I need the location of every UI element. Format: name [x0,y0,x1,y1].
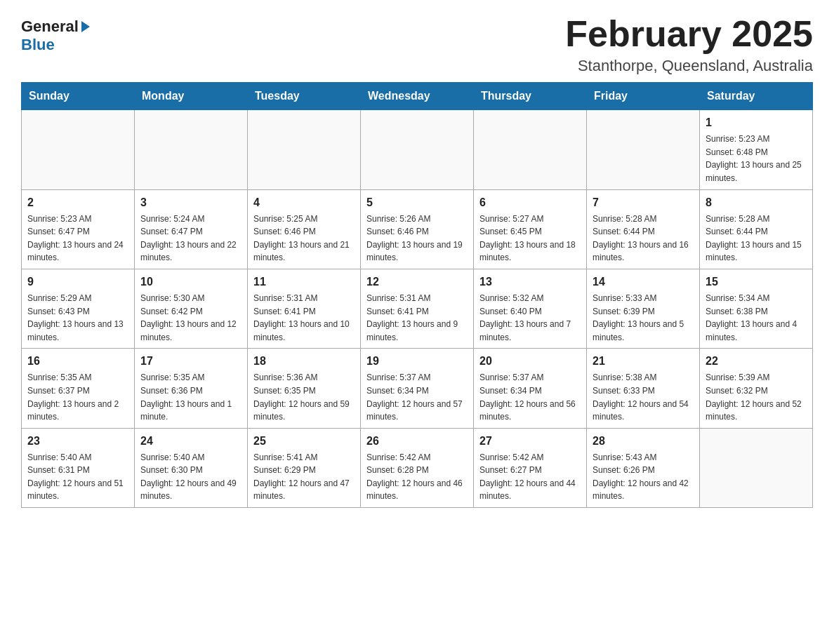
calendar-cell: 4Sunrise: 5:25 AMSunset: 6:46 PMDaylight… [248,189,361,269]
day-info: Sunrise: 5:41 AMSunset: 6:29 PMDaylight:… [253,451,355,503]
calendar-cell [248,110,361,189]
day-info: Sunrise: 5:35 AMSunset: 6:36 PMDaylight:… [140,371,241,423]
day-info: Sunrise: 5:27 AMSunset: 6:45 PMDaylight:… [479,213,581,264]
title-block: February 2025 Stanthorpe, Queensland, Au… [565,14,813,75]
calendar-cell: 6Sunrise: 5:27 AMSunset: 6:45 PMDaylight… [474,189,587,269]
day-number: 21 [593,353,694,370]
day-info: Sunrise: 5:23 AMSunset: 6:47 PMDaylight:… [27,213,128,264]
day-number: 4 [253,194,355,211]
week-row-1: 1Sunrise: 5:23 AMSunset: 6:48 PMDaylight… [22,110,813,189]
header-saturday: Saturday [700,83,813,110]
calendar-cell: 8Sunrise: 5:28 AMSunset: 6:44 PMDaylight… [700,189,813,269]
calendar-cell: 2Sunrise: 5:23 AMSunset: 6:47 PMDaylight… [22,189,135,269]
week-row-4: 16Sunrise: 5:35 AMSunset: 6:37 PMDayligh… [22,349,813,428]
day-info: Sunrise: 5:23 AMSunset: 6:48 PMDaylight:… [706,133,807,185]
header-monday: Monday [135,83,248,110]
day-number: 15 [706,274,807,290]
day-info: Sunrise: 5:33 AMSunset: 6:39 PMDaylight:… [593,292,694,344]
calendar-cell: 9Sunrise: 5:29 AMSunset: 6:43 PMDaylight… [22,269,135,348]
day-info: Sunrise: 5:28 AMSunset: 6:44 PMDaylight:… [593,213,694,264]
day-number: 1 [706,114,807,131]
calendar-cell: 3Sunrise: 5:24 AMSunset: 6:47 PMDaylight… [135,189,248,269]
day-number: 19 [366,353,468,370]
calendar-cell [135,110,248,189]
day-number: 9 [27,274,128,290]
day-info: Sunrise: 5:40 AMSunset: 6:30 PMDaylight:… [140,451,241,503]
day-number: 14 [593,274,694,290]
day-number: 10 [140,274,241,290]
day-info: Sunrise: 5:30 AMSunset: 6:42 PMDaylight:… [140,292,241,344]
header-friday: Friday [587,83,700,110]
calendar-cell: 1Sunrise: 5:23 AMSunset: 6:48 PMDaylight… [700,110,813,189]
day-info: Sunrise: 5:34 AMSunset: 6:38 PMDaylight:… [706,292,807,344]
calendar-cell [474,110,587,189]
day-info: Sunrise: 5:31 AMSunset: 6:41 PMDaylight:… [253,292,355,344]
day-number: 16 [27,353,128,370]
week-row-5: 23Sunrise: 5:40 AMSunset: 6:31 PMDayligh… [22,428,813,507]
day-info: Sunrise: 5:25 AMSunset: 6:46 PMDaylight:… [253,213,355,264]
day-number: 28 [593,433,694,450]
logo-arrow-icon [81,21,90,32]
day-info: Sunrise: 5:29 AMSunset: 6:43 PMDaylight:… [27,292,128,344]
calendar-cell: 5Sunrise: 5:26 AMSunset: 6:46 PMDaylight… [361,189,474,269]
calendar-cell: 20Sunrise: 5:37 AMSunset: 6:34 PMDayligh… [474,349,587,428]
calendar-cell [22,110,135,189]
day-number: 2 [27,194,128,211]
calendar-cell: 21Sunrise: 5:38 AMSunset: 6:33 PMDayligh… [587,349,700,428]
calendar-cell: 18Sunrise: 5:36 AMSunset: 6:35 PMDayligh… [248,349,361,428]
logo-blue-text: Blue [21,36,55,54]
day-number: 5 [366,194,468,211]
calendar-cell: 10Sunrise: 5:30 AMSunset: 6:42 PMDayligh… [135,269,248,348]
day-number: 17 [140,353,241,370]
header-wednesday: Wednesday [361,83,474,110]
calendar-cell: 12Sunrise: 5:31 AMSunset: 6:41 PMDayligh… [361,269,474,348]
calendar-table: SundayMondayTuesdayWednesdayThursdayFrid… [21,82,813,508]
calendar-cell: 19Sunrise: 5:37 AMSunset: 6:34 PMDayligh… [361,349,474,428]
calendar-cell: 15Sunrise: 5:34 AMSunset: 6:38 PMDayligh… [700,269,813,348]
day-info: Sunrise: 5:37 AMSunset: 6:34 PMDaylight:… [479,371,581,423]
day-info: Sunrise: 5:31 AMSunset: 6:41 PMDaylight:… [366,292,468,344]
day-number: 18 [253,353,355,370]
calendar-cell: 24Sunrise: 5:40 AMSunset: 6:30 PMDayligh… [135,428,248,507]
day-number: 11 [253,274,355,290]
day-number: 22 [706,353,807,370]
header-thursday: Thursday [474,83,587,110]
calendar-cell: 28Sunrise: 5:43 AMSunset: 6:26 PMDayligh… [587,428,700,507]
day-number: 8 [706,194,807,211]
day-info: Sunrise: 5:42 AMSunset: 6:28 PMDaylight:… [366,451,468,503]
logo: General Blue [21,14,90,54]
page-header: General Blue February 2025 Stanthorpe, Q… [21,14,813,75]
calendar-cell: 23Sunrise: 5:40 AMSunset: 6:31 PMDayligh… [22,428,135,507]
day-number: 26 [366,433,468,450]
page-subtitle: Stanthorpe, Queensland, Australia [565,57,813,75]
header-tuesday: Tuesday [248,83,361,110]
day-number: 23 [27,433,128,450]
calendar-cell: 27Sunrise: 5:42 AMSunset: 6:27 PMDayligh… [474,428,587,507]
day-number: 7 [593,194,694,211]
calendar-cell: 25Sunrise: 5:41 AMSunset: 6:29 PMDayligh… [248,428,361,507]
week-row-2: 2Sunrise: 5:23 AMSunset: 6:47 PMDaylight… [22,189,813,269]
calendar-cell: 11Sunrise: 5:31 AMSunset: 6:41 PMDayligh… [248,269,361,348]
header-row: SundayMondayTuesdayWednesdayThursdayFrid… [22,83,813,110]
day-info: Sunrise: 5:36 AMSunset: 6:35 PMDaylight:… [253,371,355,423]
day-info: Sunrise: 5:38 AMSunset: 6:33 PMDaylight:… [593,371,694,423]
day-info: Sunrise: 5:40 AMSunset: 6:31 PMDaylight:… [27,451,128,503]
day-number: 6 [479,194,581,211]
calendar-header: SundayMondayTuesdayWednesdayThursdayFrid… [22,83,813,110]
header-sunday: Sunday [22,83,135,110]
page-title: February 2025 [565,14,813,54]
day-info: Sunrise: 5:42 AMSunset: 6:27 PMDaylight:… [479,451,581,503]
calendar-cell [361,110,474,189]
calendar-cell [587,110,700,189]
day-number: 12 [366,274,468,290]
day-info: Sunrise: 5:43 AMSunset: 6:26 PMDaylight:… [593,451,694,503]
day-number: 27 [479,433,581,450]
day-info: Sunrise: 5:35 AMSunset: 6:37 PMDaylight:… [27,371,128,423]
calendar-cell: 17Sunrise: 5:35 AMSunset: 6:36 PMDayligh… [135,349,248,428]
day-number: 13 [479,274,581,290]
calendar-cell: 14Sunrise: 5:33 AMSunset: 6:39 PMDayligh… [587,269,700,348]
day-info: Sunrise: 5:24 AMSunset: 6:47 PMDaylight:… [140,213,241,264]
day-info: Sunrise: 5:32 AMSunset: 6:40 PMDaylight:… [479,292,581,344]
day-number: 3 [140,194,241,211]
day-number: 24 [140,433,241,450]
